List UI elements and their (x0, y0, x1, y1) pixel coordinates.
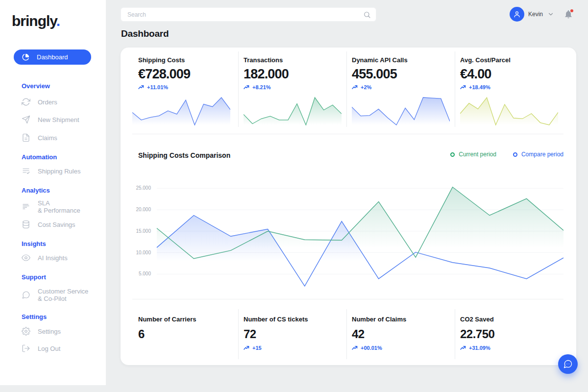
stats-row: Number of Carriers 6 Number of CS ticket… (121, 299, 576, 365)
kpi-value: €728.009 (138, 67, 228, 82)
legend-compare-period[interactable]: Compare period (513, 151, 564, 158)
user-menu[interactable]: Kevin (510, 7, 554, 22)
sidebar-item-logout[interactable]: Log Out (0, 340, 106, 357)
kpi-label: Dynamic API Calls (352, 56, 445, 64)
logout-icon (22, 344, 30, 353)
chevron-down-icon (547, 11, 554, 18)
kpi-delta: +11.01% (138, 84, 228, 90)
sidebar-item-shipping-rules[interactable]: Shipping Rules (0, 163, 106, 179)
stat-claims: Number of Claims 42 +00.01% (346, 299, 455, 365)
svg-text:10.000: 10.000 (136, 250, 151, 255)
dashboard-card: Shipping Costs €728.009 +11.01% Transact… (121, 48, 576, 365)
stat-cs-tickets: Number of CS tickets 72 +15 (238, 299, 346, 365)
trend-up-icon (244, 345, 249, 351)
svg-text:25.000: 25.000 (136, 185, 151, 191)
avatar (510, 7, 524, 22)
sync-icon (22, 98, 30, 106)
sidebar-item-new-shipment[interactable]: New Shipment (0, 111, 106, 128)
send-icon (22, 115, 30, 124)
trend-up-icon (244, 84, 249, 90)
sidebar-item-sla-performance[interactable]: SLA& Performance (0, 198, 106, 215)
nav-section-insights: Insights (22, 240, 46, 248)
chat-fab[interactable] (558, 354, 578, 374)
kpi-sparkline (244, 96, 342, 130)
sidebar-item-customer-service[interactable]: Customer Service& Co-Pilot (0, 287, 106, 303)
sidebar-item-label: Dashboard (37, 53, 68, 61)
kpi-label: Avg. Cost/Parcel (460, 56, 566, 64)
eye-icon (22, 253, 30, 262)
user-name: Kevin (528, 11, 543, 18)
nav-section-automation: Automation (22, 153, 57, 161)
trend-up-icon (460, 345, 466, 351)
legend-dot (513, 152, 517, 157)
user-icon (513, 10, 521, 19)
sidebar: bringly. Dashboard Overview Orders New S… (0, 0, 106, 385)
sidebar-item-orders[interactable]: Orders (0, 94, 106, 110)
kpi-transactions: Transactions 182.000 +8.21% (238, 48, 346, 134)
trend-up-icon (352, 84, 358, 90)
sidebar-item-claims[interactable]: Claims (0, 129, 106, 146)
kpi-label: Shipping Costs (138, 56, 228, 64)
pie-chart-icon (22, 53, 29, 61)
kpi-sparkline (460, 96, 558, 130)
comparison-title: Shipping Costs Comparison (138, 151, 230, 159)
gear-icon (22, 327, 30, 336)
kpi-sparkline (352, 96, 450, 130)
chat-bubble-icon (563, 359, 573, 369)
notifications-button[interactable] (564, 9, 574, 20)
kpi-value: €4.00 (460, 67, 566, 82)
stat-delta: +00.01% (352, 345, 445, 351)
search-icon (363, 11, 371, 19)
sidebar-item-cost-savings[interactable]: Cost Savings (0, 216, 106, 233)
nav-section-overview: Overview (22, 82, 50, 90)
stat-delta: +31.09% (460, 345, 566, 351)
kpi-value: 455.005 (352, 67, 445, 82)
nav-section-analytics: Analytics (22, 187, 50, 195)
sidebar-item-settings[interactable]: Settings (0, 323, 106, 340)
kpi-label: Transactions (244, 56, 337, 64)
brand-logo: bringly. (12, 13, 60, 29)
legend-current-period[interactable]: Current period (450, 151, 496, 158)
sidebar-item-dashboard[interactable]: Dashboard (14, 49, 91, 65)
legend-dot (450, 152, 455, 157)
stat-delta: +15 (244, 345, 337, 351)
chat-icon (22, 291, 30, 299)
svg-text:15.000: 15.000 (136, 228, 151, 234)
nav-section-settings: Settings (22, 313, 47, 321)
comparison-chart: 5.00010.00015.00020.00025.000 (132, 170, 564, 298)
document-icon (22, 133, 30, 142)
divider (132, 134, 564, 134)
kpi-shipping-costs: Shipping Costs €728.009 +11.01% (121, 48, 238, 134)
svg-text:5.000: 5.000 (139, 271, 151, 276)
trend-up-icon (460, 84, 466, 90)
stat-co2-saved: CO2 Saved 22.750 +31.09% (455, 299, 576, 365)
kpi-value: 182.000 (244, 67, 337, 82)
stat-carriers: Number of Carriers 6 (121, 299, 238, 365)
notification-dot (570, 9, 573, 12)
rules-icon (22, 167, 30, 175)
kpi-delta: +2% (352, 84, 445, 90)
kpi-row: Shipping Costs €728.009 +11.01% Transact… (121, 48, 576, 134)
kpi-sparkline (132, 96, 230, 130)
trend-up-icon (138, 84, 144, 90)
page-title: Dashboard (121, 28, 169, 39)
search-bar (121, 7, 376, 22)
database-icon (22, 220, 30, 229)
kpi-delta: +18.49% (460, 84, 566, 90)
svg-text:20.000: 20.000 (136, 207, 151, 212)
nav-section-support: Support (22, 273, 46, 281)
kpi-avg-cost: Avg. Cost/Parcel €4.00 +18.49% (455, 48, 576, 134)
chart-legend: Current period Compare period (434, 151, 564, 158)
search-input[interactable] (121, 8, 376, 21)
kpi-api-calls: Dynamic API Calls 455.005 +2% (346, 48, 455, 134)
kpi-delta: +8.21% (244, 84, 337, 90)
align-left-icon (22, 202, 30, 211)
trend-up-icon (352, 345, 358, 351)
sidebar-item-ai-insights[interactable]: AI Insights (0, 249, 106, 266)
